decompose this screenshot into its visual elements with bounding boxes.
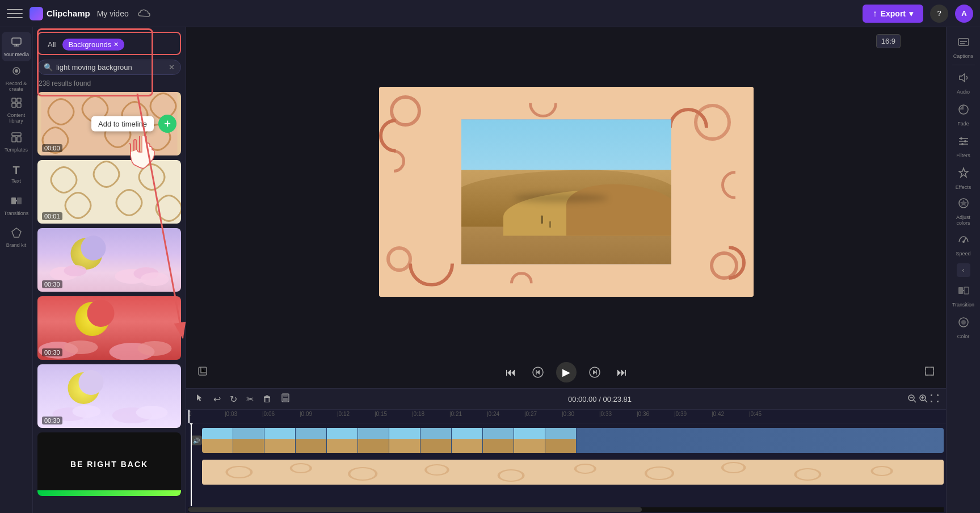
- search-bar: 🔍 ✕: [37, 60, 181, 75]
- expand-button[interactable]: [924, 366, 935, 379]
- export-button[interactable]: ↑ Export ▾: [863, 5, 923, 23]
- svg-rect-50: [202, 460, 944, 485]
- video-frame: [483, 428, 514, 453]
- collapse-sidebar-button[interactable]: ‹: [957, 263, 970, 277]
- save-button[interactable]: [279, 392, 292, 406]
- timeline-scrollbar-thumb[interactable]: [188, 507, 642, 512]
- transport-bar: ⏮ ▶ ⏭: [186, 356, 946, 388]
- project-title[interactable]: My video: [97, 9, 129, 18]
- svg-point-19: [64, 265, 87, 276]
- fit-timeline-button[interactable]: [930, 394, 939, 405]
- skip-back-button[interactable]: ⏮: [502, 363, 520, 381]
- right-sidebar-item-fade[interactable]: Fade: [948, 99, 979, 130]
- fade-label: Fade: [957, 121, 969, 127]
- sidebar-item-your-media[interactable]: Your media: [2, 32, 31, 61]
- right-sidebar-item-color[interactable]: Color: [948, 312, 979, 343]
- sidebar-item-content-library[interactable]: Contentlibrary: [2, 95, 31, 125]
- item-time: 00:30: [42, 280, 62, 288]
- record-create-icon: [11, 65, 22, 79]
- bg-track[interactable]: [202, 460, 944, 485]
- timeline-toolbar: ↩ ↻ ✂ 🗑 00:00.00 / 00:23.81: [186, 389, 946, 410]
- logo-icon: [30, 7, 43, 20]
- tab-backgrounds-close[interactable]: ✕: [113, 41, 119, 48]
- cut-button[interactable]: ✂: [244, 393, 256, 406]
- rewind-button[interactable]: [529, 363, 547, 381]
- list-item[interactable]: 00:30: [37, 296, 181, 360]
- add-to-timeline-button[interactable]: +: [158, 115, 176, 133]
- svg-rect-75: [964, 287, 969, 294]
- tab-all[interactable]: All: [44, 39, 59, 50]
- zoom-in-button[interactable]: [919, 394, 928, 405]
- timeline-scrollbar[interactable]: [188, 507, 944, 512]
- undo-button[interactable]: ↩: [211, 393, 223, 406]
- delete-button[interactable]: 🗑: [260, 393, 274, 405]
- aspect-ratio-badge[interactable]: 16:9: [876, 34, 901, 48]
- video-frames: [202, 428, 577, 453]
- right-sidebar-item-captions[interactable]: Captions: [948, 32, 979, 62]
- timeline-area: ↩ ↻ ✂ 🗑 00:00.00 / 00:23.81: [186, 388, 946, 513]
- right-sidebar-item-speed[interactable]: Speed: [948, 229, 979, 260]
- help-button[interactable]: ?: [930, 5, 948, 23]
- list-item[interactable]: 00:30: [37, 364, 181, 428]
- figure: [549, 221, 551, 228]
- search-input[interactable]: [56, 63, 165, 72]
- search-icon: 🔍: [44, 63, 53, 72]
- video-frame: [358, 428, 389, 453]
- video-track[interactable]: [202, 428, 944, 453]
- timeline-zoom-controls: [907, 394, 939, 405]
- effects-label: Effects: [956, 184, 971, 190]
- user-avatar[interactable]: A: [955, 5, 973, 23]
- color-icon: [957, 316, 970, 331]
- captions-icon: [957, 36, 970, 51]
- right-sidebar-item-transition[interactable]: Transition: [948, 280, 979, 311]
- export-chevron: ▾: [909, 9, 913, 18]
- right-sidebar-item-audio[interactable]: Audio: [948, 68, 979, 98]
- svg-point-29: [138, 341, 172, 356]
- sidebar-item-templates[interactable]: Templates: [2, 127, 31, 157]
- skip-forward-button[interactable]: ⏭: [613, 363, 631, 381]
- redo-button[interactable]: ↻: [228, 393, 239, 406]
- zoom-out-button[interactable]: [907, 394, 916, 405]
- svg-rect-61: [958, 39, 969, 45]
- transitions-icon: [11, 195, 22, 209]
- fast-forward-button[interactable]: [586, 363, 604, 381]
- search-clear-icon[interactable]: ✕: [169, 63, 175, 72]
- video-frame: [420, 428, 452, 453]
- svg-rect-8: [12, 137, 16, 142]
- sidebar-item-transitions[interactable]: Transitions: [2, 191, 31, 220]
- right-sidebar-item-filters[interactable]: Filters: [948, 131, 979, 162]
- video-preview: 16:9: [186, 27, 946, 356]
- play-button[interactable]: ▶: [556, 362, 577, 382]
- svg-rect-6: [17, 103, 21, 107]
- speed-label: Speed: [956, 251, 970, 256]
- sidebar-label-transitions: Transitions: [4, 211, 29, 216]
- sidebar-item-record-create[interactable]: Record &create: [2, 64, 31, 93]
- dune-1: [461, 170, 671, 264]
- volume-control[interactable]: 🔊: [191, 436, 202, 445]
- item-time: 00:01: [42, 212, 62, 220]
- svg-rect-9: [17, 137, 21, 142]
- left-sidebar: Your media Record &create Contentlibrary…: [0, 27, 33, 513]
- sidebar-item-text[interactable]: T Text: [2, 159, 31, 188]
- captions-label: Captions: [953, 53, 974, 59]
- tab-backgrounds[interactable]: Backgrounds ✕: [62, 39, 124, 51]
- crop-button[interactable]: [197, 366, 208, 379]
- adjust-colors-icon: [957, 197, 970, 212]
- svg-point-73: [962, 241, 965, 243]
- filters-icon: [957, 135, 970, 150]
- right-sidebar-item-effects[interactable]: Effects: [948, 163, 979, 194]
- menu-icon[interactable]: [7, 6, 23, 22]
- timeline-playhead-ruler: [188, 410, 190, 423]
- sidebar-item-brand-kit[interactable]: Brand kit: [2, 222, 31, 252]
- list-item[interactable]: BE RIGHT BACK: [37, 432, 181, 496]
- svg-rect-7: [12, 133, 21, 136]
- svg-point-35: [136, 406, 168, 419]
- svg-rect-5: [12, 103, 16, 107]
- list-item[interactable]: 00:30: [37, 228, 181, 292]
- svg-point-27: [64, 340, 98, 354]
- right-sidebar-item-adjust-colors[interactable]: Adjustcolors: [948, 195, 979, 228]
- brb-bar: [37, 490, 181, 496]
- list-item[interactable]: 00:00 + Add to timeline: [37, 92, 181, 155]
- list-item[interactable]: 00:01: [37, 160, 181, 224]
- pointer-tool-button[interactable]: [193, 392, 207, 406]
